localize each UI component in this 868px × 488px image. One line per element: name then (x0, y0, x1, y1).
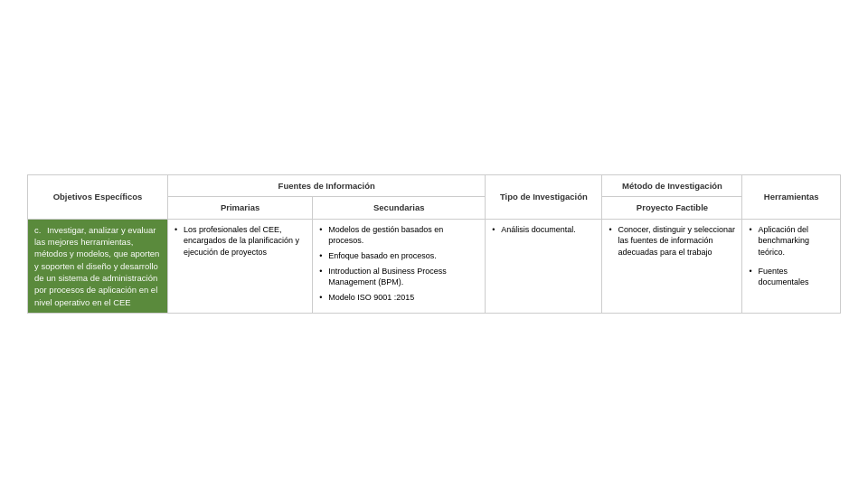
objetivos-header: Objetivos Específicos (28, 175, 168, 220)
tipo-header: Tipo de Investigación (486, 175, 602, 220)
list-item: Modelos de gestión basados en procesos. (319, 224, 478, 247)
list-item: Aplicación del benchmarking teórico. (749, 224, 834, 258)
primarias-cell: Los profesionales del CEE, encargados de… (168, 219, 313, 313)
research-table: Objetivos Específicos Fuentes de Informa… (27, 174, 841, 314)
fuentes-header: Fuentes de Información (168, 175, 486, 197)
objetivo-cell: c. Investigar, analizar y evaluar las me… (28, 219, 168, 313)
objetivos-label: Objetivos Específicos (53, 192, 143, 202)
list-item: Introduction al Business Process Managem… (319, 266, 478, 288)
proyecto-cell: Conocer, distinguir y seleccionar las fu… (602, 219, 742, 313)
metodo-label: Método de Investigación (622, 181, 722, 191)
list-item: Los profesionales del CEE, encargados de… (175, 224, 306, 258)
list-item: Análisis documental. (492, 224, 595, 236)
herramientas-cell: Aplicación del benchmarking teórico. Fue… (742, 219, 841, 313)
secundarias-label: Secundarias (373, 202, 425, 212)
fuentes-label: Fuentes de Información (278, 181, 375, 191)
herramientas-list: Aplicación del benchmarking teórico. Fue… (749, 224, 834, 288)
tipo-list: Análisis documental. (492, 224, 595, 236)
objetivo-letter: c. (34, 225, 41, 235)
objetivo-text: Investigar, analizar y evaluar las mejor… (34, 225, 159, 307)
proyecto-label: Proyecto Factible (637, 202, 708, 212)
proyecto-header: Proyecto Factible (602, 197, 742, 219)
list-item: Enfoque basado en procesos. (319, 250, 478, 262)
primarias-list: Los profesionales del CEE, encargados de… (175, 224, 306, 258)
list-item: Fuentes documentales (749, 266, 834, 288)
metodo-header: Método de Investigación (602, 175, 742, 197)
herramientas-label: Herramientas (764, 192, 819, 202)
tipo-cell: Análisis documental. (486, 219, 602, 313)
primarias-label: Primarias (221, 202, 259, 212)
primarias-header: Primarias (168, 197, 313, 219)
list-item: Conocer, distinguir y seleccionar las fu… (609, 224, 735, 258)
proyecto-list: Conocer, distinguir y seleccionar las fu… (609, 224, 735, 258)
data-row: c. Investigar, analizar y evaluar las me… (28, 219, 841, 313)
list-item: Modelo ISO 9001 :2015 (319, 292, 478, 304)
secundarias-list: Modelos de gestión basados en procesos. … (319, 224, 478, 304)
secundarias-header: Secundarias (313, 197, 486, 219)
main-table-wrapper: Objetivos Específicos Fuentes de Informa… (27, 174, 841, 314)
secundarias-cell: Modelos de gestión basados en procesos. … (313, 219, 486, 313)
tipo-label: Tipo de Investigación (500, 192, 588, 202)
herramientas-header: Herramientas (742, 175, 841, 220)
header-row-1: Objetivos Específicos Fuentes de Informa… (28, 175, 841, 197)
